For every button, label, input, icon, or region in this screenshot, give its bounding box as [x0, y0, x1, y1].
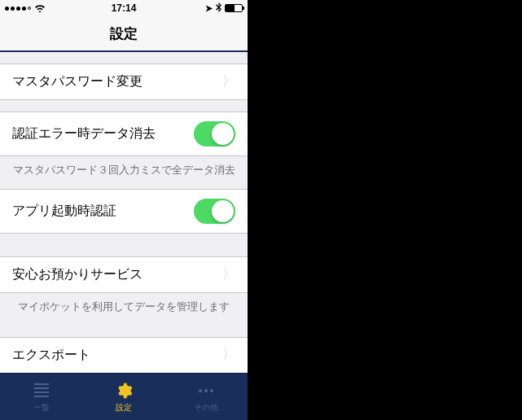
tab-settings[interactable]: 設定: [82, 374, 164, 420]
gear-icon: [115, 381, 133, 400]
status-time: 17:14: [112, 2, 137, 14]
location-icon: ➤: [205, 3, 213, 14]
cell-label: アプリ起動時認証: [12, 203, 116, 220]
status-left: [5, 2, 46, 15]
auth-error-erase-cell: 認証エラー時データ消去: [0, 112, 248, 156]
cell-label: 認証エラー時データ消去: [12, 125, 156, 142]
app-launch-auth-toggle[interactable]: [194, 199, 235, 224]
safe-keeping-cell[interactable]: 安心お預かりサービス 〉: [0, 256, 248, 293]
tab-label: 設定: [116, 402, 132, 413]
chevron-right-icon: 〉: [222, 266, 235, 283]
list-icon: [34, 381, 49, 400]
tab-bar: 一覧 設定 その他: [0, 373, 248, 420]
settings-content[interactable]: マスタパスワード変更 〉 認証エラー時データ消去 マスタパスワード３回入力ミスで…: [0, 52, 248, 373]
cell-label: エクスポート: [12, 347, 90, 364]
auth-error-erase-footer: マスタパスワード３回入力ミスで全データ消去: [0, 156, 248, 189]
page-title: 設定: [110, 24, 138, 43]
chevron-right-icon: 〉: [222, 347, 235, 364]
status-right: ➤: [205, 2, 243, 14]
tab-label: その他: [194, 402, 218, 413]
export-cell[interactable]: エクスポート 〉: [0, 337, 248, 373]
wifi-icon: [34, 2, 46, 15]
app-launch-auth-cell: アプリ起動時認証: [0, 189, 248, 234]
bluetooth-icon: [216, 2, 222, 14]
safe-keeping-footer: マイポケットを利用してデータを管理します: [0, 293, 248, 326]
app-screen: 17:14 ➤ 設定 マスタパスワード変更 〉 認証エラー時データ消去 マスタパ…: [0, 0, 248, 420]
navigation-bar: 設定: [0, 16, 248, 52]
auth-error-erase-toggle[interactable]: [194, 121, 235, 147]
tab-list[interactable]: 一覧: [0, 374, 82, 420]
cell-label: マスタパスワード変更: [12, 73, 143, 90]
status-bar: 17:14 ➤: [0, 0, 248, 16]
signal-dots: [5, 7, 31, 11]
master-password-cell[interactable]: マスタパスワード変更 〉: [0, 63, 248, 100]
tab-other[interactable]: その他: [165, 374, 248, 420]
battery-icon: [225, 4, 243, 12]
cell-label: 安心お預かりサービス: [12, 266, 143, 283]
chevron-right-icon: 〉: [222, 73, 235, 90]
more-icon: [199, 381, 213, 400]
tab-label: 一覧: [33, 402, 50, 413]
